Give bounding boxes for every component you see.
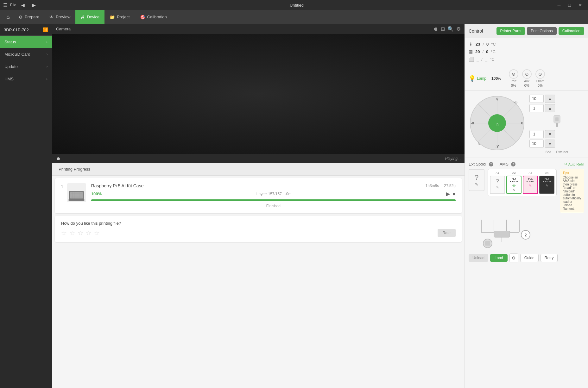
lamp-percent-row: 100% [491,76,501,81]
chamber-temp-icon: ⬜ [469,57,474,62]
ams-help-icon[interactable]: ? [511,162,515,166]
fan-cham: ⊙ Cham 0% [535,69,545,87]
divider-2 [465,158,588,158]
svg-text:-/0: -/0 [477,142,481,145]
tab-printer-parts[interactable]: Printer Parts [496,27,525,35]
minimize-btn[interactable]: ─ [555,2,563,8]
rate-button[interactable]: Rate [438,229,456,237]
z-step-input-3[interactable] [529,130,544,138]
a2-edit-icon: ✎ [513,188,515,192]
z-up-10-button[interactable]: ▲ [545,95,555,103]
star-3[interactable]: ☆ [78,229,83,237]
camera-btn-settings[interactable]: ⚙ [456,26,461,32]
progress-bar-fill [91,199,456,201]
tab-calibration[interactable]: 🎯 Calibration [135,10,172,24]
a3-material: PLAK 0.020 [527,178,534,183]
sidebar-item-microsd[interactable]: MicroSD Card › [0,48,52,60]
z-down-1-button[interactable]: ▼ [545,130,555,138]
star-5[interactable]: ☆ [94,229,100,237]
fan-items-row: ⊙ Part 0% ⊙ Aux 0% ⊙ Cham 0% [509,69,545,87]
home-button[interactable]: ⌂ [3,11,14,23]
z-step-input-1[interactable] [529,95,544,103]
load-button[interactable]: Load [490,254,508,262]
a2-material: PLAK 0.020 [510,178,518,183]
ext-spool-help-icon[interactable]: ? [489,162,493,166]
camera-btn-record[interactable]: ⏺ [433,26,438,32]
back-btn[interactable]: ◀ [19,2,27,8]
unload-button[interactable]: Unload [469,254,488,262]
sidebar-item-status[interactable]: Status › [0,36,52,48]
move-x-plus-button[interactable] [515,117,524,129]
file-menu[interactable]: File [10,3,16,7]
extruder-label: Extruder [556,150,568,154]
camera-title: Camera [56,27,71,31]
dial-wrapper: ⌂ Y -Y -X X +/0 -/0 [469,95,526,152]
z-step-input-4[interactable] [529,140,544,148]
fan-cham-icon: ⊙ [535,69,545,79]
svg-rect-49 [555,117,559,121]
tab-prepare[interactable]: ⚙ Prepare [14,10,44,24]
lamp-percent-value: 100% [491,76,501,81]
tab-preview[interactable]: 👁 Preview [44,10,75,24]
fan-part-icon: ⊙ [509,69,518,79]
ams-action-row: Unload Load ⚙ Guide Retry [465,252,588,264]
z-up-1-button[interactable]: ▲ [545,104,555,112]
a4-material: PLAK 0.020 [543,178,551,183]
nozzle-target-value: 0 [486,42,489,47]
camera-controls: ⏺ ⊞ 🔍 ⚙ [433,26,461,32]
ams-slot-a4[interactable]: PLAK 0.020 ✎ [539,176,554,194]
svg-point-20 [250,84,263,97]
chamber-temp-unit: °C [490,57,495,62]
right-panel: Control Printer Parts Print Options Cali… [465,24,588,388]
svg-point-5 [161,55,169,63]
extruder-icon-area [529,114,584,129]
camera-btn-multi[interactable]: ⊞ [441,26,445,32]
star-1[interactable]: ☆ [61,229,67,237]
guide-button[interactable]: Guide [520,254,539,262]
forward-btn[interactable]: ▶ [30,2,38,8]
star-2[interactable]: ☆ [69,229,75,237]
star-4[interactable]: ☆ [86,229,92,237]
tab-calibration-panel[interactable]: Calibration [559,27,584,35]
svg-rect-21 [250,103,263,113]
ams-slot-a1[interactable]: ? ✎ [490,176,505,194]
window-controls: ─ □ ✕ [555,2,585,8]
svg-rect-9 [143,97,374,98]
z-down-10-button[interactable]: ▼ [545,140,555,148]
retry-button[interactable]: Retry [541,254,558,262]
move-y-minus-button[interactable] [491,141,503,150]
job-stop-button[interactable]: ■ [452,191,456,197]
maximize-btn[interactable]: □ [566,2,573,8]
tab-device[interactable]: 🖨 Device [75,10,104,24]
ams-slot-a2[interactable]: PLAK 0.020 👁 ✎ [506,176,522,194]
tab-print-options[interactable]: Print Options [527,27,556,35]
ams-settings-button[interactable]: ⚙ [509,253,518,262]
ext-spool-box[interactable]: ? ✎ [469,169,484,191]
job-meta: 1h3m8s 27.52g [426,184,456,188]
job-play-button[interactable]: ▶ [446,191,450,197]
ams-settings-icon: ⚙ [512,255,516,260]
z-step-row-2: ▲ [529,104,584,112]
camera-btn-zoom[interactable]: 🔍 [447,26,454,32]
auto-refill-button[interactable]: ↺ Auto Refill [564,162,584,166]
move-y-plus-button[interactable] [491,96,503,106]
playing-status: Playing... [445,156,461,161]
move-x-minus-button[interactable] [470,117,480,129]
z-step-input-2[interactable] [529,104,544,112]
layer-info: Layer: 157/157 -0m [256,192,292,196]
job-thumbnail [67,183,86,202]
content-area: Camera ⏺ ⊞ 🔍 ⚙ [52,24,465,388]
home-button[interactable] [488,114,506,132]
svg-rect-0 [143,34,374,154]
sidebar-item-hms[interactable]: HMS › [0,73,52,85]
close-btn[interactable]: ✕ [576,2,585,8]
fan-part: ⊙ Part 0% [509,69,518,87]
fan-cham-value: 0% [538,84,543,87]
tab-project[interactable]: 📁 Project [104,10,135,24]
sidebar-item-update[interactable]: Update › [0,60,52,73]
svg-rect-18 [187,81,345,84]
ext-spool-label: Ext Spool [469,162,486,166]
z-step-row-3: ▼ [529,130,584,138]
camera-play-button[interactable]: ⏺ [56,156,60,161]
ams-slot-a3[interactable]: PLAK 0.020 ✎ [523,176,538,194]
